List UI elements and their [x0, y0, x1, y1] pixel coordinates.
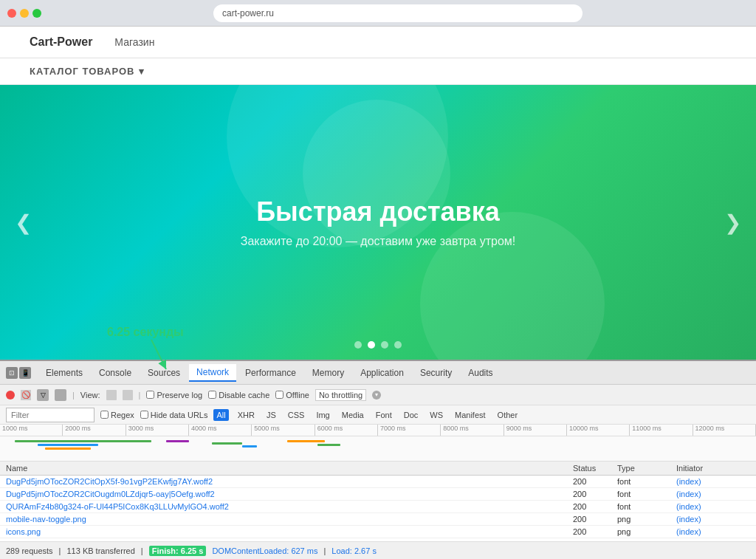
row-name: DugPd5jmOTocZOR2CitOpX5f-9o1vgP2EKwfjg7A… [6, 477, 573, 486]
hero-content: Быстрая доставка Закажите до 20:00 — дос… [241, 196, 515, 248]
hero-banner: Быстрая доставка Закажите до 20:00 — дос… [0, 85, 756, 360]
timeline-bars [0, 436, 756, 462]
devtools-toolbar: 🚫 ▽ | View: | Preserve log Disable cache [0, 385, 756, 405]
filter-input[interactable] [6, 408, 94, 422]
header-type: Type [617, 464, 676, 473]
timeline: 1000 ms 2000 ms 3000 ms 4000 ms 5000 ms … [0, 425, 756, 462]
devtools-statusbar: 289 requests | 113 KB transferred | Fini… [0, 541, 756, 559]
tick-12000: 12000 ms [693, 425, 756, 436]
hide-data-checkbox[interactable]: Hide data URLs [140, 411, 208, 419]
row-status: 200 [573, 502, 617, 511]
tick-2000: 2000 ms [63, 425, 126, 436]
preserve-log-checkbox[interactable]: Preserve log [146, 391, 202, 399]
inspect-icon[interactable]: ⊡ [6, 367, 18, 379]
header-initiator: Initiator [676, 464, 750, 473]
search-icon[interactable] [55, 389, 66, 401]
status-domcontent: DOMContentLoaded: 627 ms [212, 546, 317, 555]
view-icon-1[interactable] [106, 390, 117, 400]
table-row[interactable]: QURAmFz4b80g324-oF-Ul44P5ICox8Kq3LLUvMyl… [0, 501, 756, 513]
status-load: Load: 2.67 s [331, 546, 377, 555]
page-content: Cart-Power Магазин КАТАЛОГ ТОВАРОВ ▾ Быс… [0, 27, 756, 559]
tab-network[interactable]: Network [189, 364, 236, 382]
tick-7000: 7000 ms [378, 425, 441, 436]
header-name: Name [6, 464, 573, 473]
disable-cache-checkbox[interactable]: Disable cache [208, 391, 269, 399]
tick-8000: 8000 ms [441, 425, 504, 436]
filter-icon[interactable]: ▽ [37, 389, 49, 401]
row-type: font [617, 490, 676, 498]
type-media[interactable]: Media [339, 409, 367, 421]
network-table: Name Status Type Initiator DugPd5jmOTocZ… [0, 462, 756, 541]
hero-prev-button[interactable]: ❮ [15, 210, 32, 235]
browser-frame: cart-power.ru Cart-Power Магазин КАТАЛОГ… [0, 0, 756, 559]
type-js[interactable]: JS [264, 409, 279, 421]
tab-security[interactable]: Security [413, 365, 459, 381]
tick-9000: 9000 ms [504, 425, 567, 436]
throttling-dropdown-icon[interactable]: ▾ [372, 391, 381, 399]
type-xhr[interactable]: XHR [235, 409, 258, 421]
row-type: png [617, 515, 676, 524]
type-all[interactable]: All [213, 409, 228, 421]
tab-memory[interactable]: Memory [305, 365, 351, 381]
hero-dots [354, 341, 402, 349]
mobile-icon[interactable]: 📱 [19, 367, 31, 379]
throttling-select[interactable]: No throttling [315, 389, 366, 401]
catalog-button[interactable]: КАТАЛОГ ТОВАРОВ ▾ [30, 66, 726, 77]
tab-sources[interactable]: Sources [140, 365, 188, 381]
tab-performance[interactable]: Performance [238, 365, 303, 381]
view-label: View: [80, 391, 100, 399]
regex-checkbox[interactable]: Regex [100, 411, 134, 419]
row-name: QURAmFz4b80g324-oF-Ul44P5ICox8Kq3LLUvMyl… [6, 502, 573, 511]
hero-dot-1[interactable] [354, 341, 362, 349]
table-row[interactable]: DugPd5jmOTocZOR2CitOpX5f-9o1vgP2EKwfjg7A… [0, 476, 756, 488]
tick-11000: 11000 ms [630, 425, 693, 436]
table-row[interactable]: icons.png 200 png (index) [0, 526, 756, 538]
row-initiator: (index) [676, 527, 750, 536]
status-separator-1: | [59, 546, 61, 555]
hero-dot-2[interactable] [368, 341, 375, 349]
row-type: png [617, 527, 676, 536]
status-requests: 289 requests [6, 546, 53, 555]
row-initiator: (index) [676, 515, 750, 524]
tab-console[interactable]: Console [92, 365, 139, 381]
hero-dot-3[interactable] [381, 341, 388, 349]
tab-application[interactable]: Application [353, 365, 411, 381]
type-img[interactable]: Img [313, 409, 332, 421]
row-type: font [617, 477, 676, 486]
devtools-tabs: ⊡ 📱 Elements Console Sources Network Per… [0, 361, 756, 385]
record-button[interactable] [6, 391, 15, 399]
table-row[interactable]: mobile-nav-toggle.png 200 png (index) [0, 513, 756, 526]
type-ws[interactable]: WS [427, 409, 446, 421]
filter-bar: Regex Hide data URLs All XHR JS CSS Img … [0, 405, 756, 425]
site-nav-item[interactable]: Магазин [114, 36, 154, 48]
row-status: 200 [573, 490, 617, 498]
devtools-control-icons: ⊡ 📱 [6, 367, 31, 379]
type-css[interactable]: CSS [285, 409, 308, 421]
site-header: Cart-Power Магазин [0, 27, 756, 58]
row-type: font [617, 502, 676, 511]
type-other[interactable]: Other [495, 409, 521, 421]
offline-checkbox[interactable]: Offline [275, 391, 309, 399]
tick-6000: 6000 ms [315, 425, 378, 436]
view-icon-2[interactable] [123, 390, 133, 400]
type-manifest[interactable]: Manifest [452, 409, 489, 421]
header-status: Status [573, 464, 617, 473]
tick-10000: 10000 ms [567, 425, 630, 436]
tab-audits[interactable]: Audits [461, 365, 500, 381]
row-initiator: (index) [676, 477, 750, 486]
hero-subtitle: Закажите до 20:00 — доставим уже завтра … [241, 235, 515, 248]
network-rows-container: DugPd5jmOTocZOR2CitOpX5f-9o1vgP2EKwfjg7A… [0, 476, 756, 541]
table-row[interactable]: DugPd5jmOTocZOR2CitOugdm0LZdjqr5-oay|5Oe… [0, 488, 756, 501]
clear-button[interactable]: 🚫 [21, 390, 31, 400]
tick-5000: 5000 ms [252, 425, 315, 436]
row-status: 200 [573, 477, 617, 486]
hero-dot-4[interactable] [394, 341, 402, 349]
type-doc[interactable]: Doc [401, 409, 422, 421]
hero-next-button[interactable]: ❯ [724, 210, 741, 235]
tick-1000: 1000 ms [0, 425, 63, 436]
tab-elements[interactable]: Elements [38, 365, 90, 381]
row-name: icons.png [6, 527, 573, 536]
status-separator-2: | [141, 546, 143, 555]
type-font[interactable]: Font [373, 409, 395, 421]
address-bar[interactable]: cart-power.ru [213, 4, 583, 22]
